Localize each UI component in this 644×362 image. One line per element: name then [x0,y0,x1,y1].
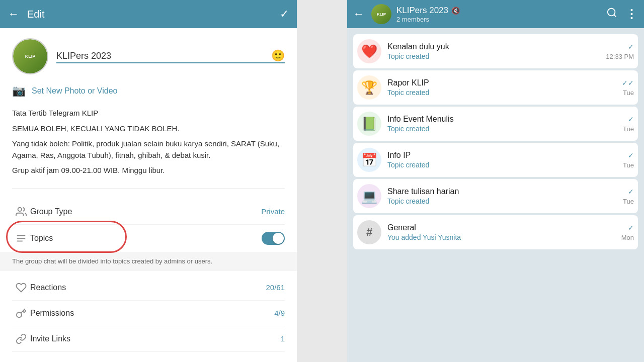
topic-sub-kenalan: Topic created [387,52,606,60]
topic-name-info-ip: Info IP [387,151,623,160]
topics-label: Topics [30,234,262,243]
topic-emoji-kenalan: ❤️ [357,39,381,63]
topic-meta-kenalan: ✓ 12:33 PM [606,43,634,60]
right-group-name: KLIPers 2023 🔇 [396,6,601,16]
topic-meta-general: ✓ Mon [621,224,634,241]
topics-description: The group chat will be divided into topi… [0,252,297,271]
set-photo-text: Set New Photo or Video [32,86,117,96]
list-item[interactable]: 📗 Info Event Menulis Topic created ✓ Tue [353,107,638,141]
settings-section: Group Type Private Topics [12,199,285,352]
topics-toggle[interactable] [262,232,285,245]
topic-name-rapor: Rapor KLIP [387,78,622,87]
list-item[interactable]: 🏆 Rapor KLIP Topic created ✓✓ Tue [353,70,638,105]
desc-line4: Grup aktif jam 09.00-21.00 WIB. Minggu l… [12,165,285,176]
read-check-info-ip: ✓ [628,151,634,159]
read-check-share: ✓ [628,188,634,196]
search-button[interactable] [606,7,617,21]
svg-point-4 [608,9,615,16]
topics-row-wrapper: Topics [12,225,285,252]
svg-line-5 [614,15,616,17]
topic-meta-rapor: ✓✓ Tue [622,79,634,97]
topic-emoji-info-event: 📗 [357,112,381,136]
reactions-label: Reactions [30,283,266,292]
confirm-button[interactable]: ✓ [280,8,289,21]
avatar[interactable]: KLIP [12,38,48,74]
list-item[interactable]: 💻 Share tulisan harian Topic created ✓ T… [353,179,638,213]
group-type-label: Group Type [30,207,261,216]
back-button[interactable]: ← [8,8,19,21]
topic-body-info-event: Info Event Menulis Topic created [387,115,623,133]
left-panel: ← Edit ✓ KLIP 🙂 📷 Set New Photo or Video… [0,0,297,362]
topic-body-general: General You added Yusi Yusnita [387,223,621,241]
topic-meta-info-ip: ✓ Tue [623,151,634,169]
topic-emoji-general: # [357,220,381,244]
more-options-button[interactable]: ⋮ [625,7,638,21]
camera-icon: 📷 [12,84,26,98]
topics-row[interactable]: Topics [12,225,285,252]
read-check-general: ✓ [628,224,634,232]
right-avatar[interactable]: KLIP [371,4,391,24]
topic-name-share: Share tulisan harian [387,187,623,196]
list-item[interactable]: ❤️ Kenalan dulu yuk Topic created ✓ 12:3… [353,34,638,68]
group-type-value: Private [261,207,285,216]
permissions-value: 4/9 [274,309,285,317]
topic-body-share: Share tulisan harian Topic created [387,187,623,205]
topic-sub-rapor: Topic created [387,88,622,97]
permissions-row[interactable]: Permissions 4/9 [12,301,285,326]
avatar-inner: KLIP [13,39,47,73]
topic-name-kenalan: Kenalan dulu yuk [387,42,606,51]
svg-point-0 [18,207,22,211]
topic-sub-general: You added Yusi Yusnita [387,233,621,241]
list-item[interactable]: 📅 Info IP Topic created ✓ Tue [353,143,638,177]
desc-line3: Yang tidak boleh: Politik, produk jualan… [12,138,285,161]
topic-body-rapor: Rapor KLIP Topic created [387,78,622,97]
set-photo-row[interactable]: 📷 Set New Photo or Video [12,84,285,98]
right-member-count: 2 members [396,16,601,23]
chat-content: ❤️ Kenalan dulu yuk Topic created ✓ 12:3… [347,28,644,362]
topic-sub-share: Topic created [387,197,623,205]
topic-sub-info-ip: Topic created [387,161,623,169]
topic-time-info-ip: Tue [623,161,634,169]
reactions-row[interactable]: Reactions 20/61 [12,275,285,301]
group-type-row[interactable]: Group Type Private [12,199,285,225]
permissions-label: Permissions [30,309,274,318]
read-check-info-event: ✓ [628,115,634,123]
toggle-knob [273,233,284,244]
right-header: ← KLIP KLIPers 2023 🔇 2 members ⋮ [347,0,644,28]
right-back-button[interactable]: ← [353,8,364,21]
panel-gap [297,0,347,362]
topic-sub-info-event: Topic created [387,125,623,133]
desc-line2: SEMUA BOLEH, KECUALI YANG TIDAK BOLEH. [12,123,285,135]
mute-icon: 🔇 [451,7,460,15]
topic-time-rapor: Tue [623,89,634,97]
invite-links-label: Invite Links [30,334,281,343]
topic-time-kenalan: 12:33 PM [606,53,634,60]
group-name-input[interactable] [56,51,267,61]
topic-meta-share: ✓ Tue [623,188,634,205]
topic-body-kenalan: Kenalan dulu yuk Topic created [387,42,606,60]
right-avatar-text: KLIP [377,12,386,17]
desc-line1: Tata Tertib Telegram KLIP [12,108,285,119]
left-header-left: ← Edit [8,8,44,21]
invite-links-row[interactable]: Invite Links 1 [12,326,285,352]
invite-links-icon [12,333,30,344]
topic-emoji-rapor: 🏆 [357,75,381,100]
profile-section: KLIP 🙂 [12,38,285,74]
topic-body-info-ip: Info IP Topic created [387,151,623,169]
reactions-icon [12,282,30,293]
list-item[interactable]: # General You added Yusi Yusnita ✓ Mon [353,215,638,249]
right-header-info: KLIPers 2023 🔇 2 members [396,6,601,23]
reactions-value: 20/61 [266,283,285,292]
topic-name-general: General [387,223,621,232]
left-header: ← Edit ✓ [0,0,297,28]
topic-time-general: Mon [621,234,634,241]
klip-logo-text: KLIP [25,54,36,59]
topic-meta-info-event: ✓ Tue [623,115,634,133]
topic-time-share: Tue [623,198,634,205]
right-group-name-text: KLIPers 2023 [396,6,448,16]
emoji-button[interactable]: 🙂 [271,49,285,62]
read-check-kenalan: ✓ [628,43,634,51]
group-type-icon [12,206,30,217]
right-header-actions: ⋮ [606,7,638,21]
topics-icon [12,233,30,244]
